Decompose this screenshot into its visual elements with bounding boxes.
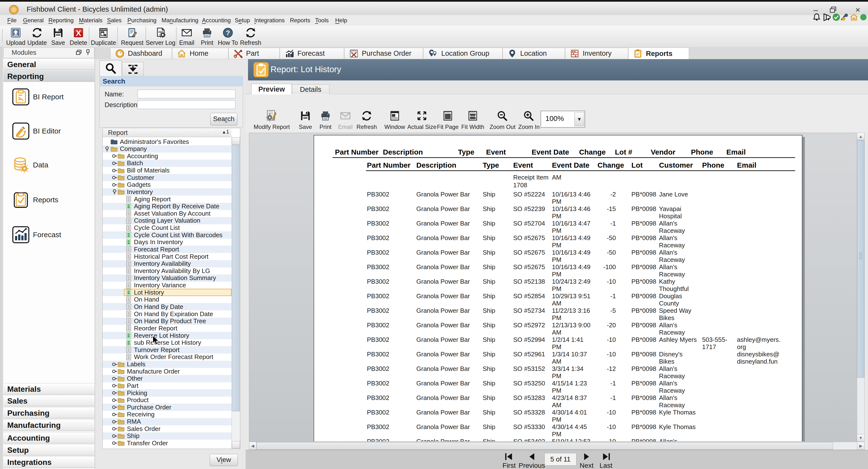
- duplicate-button[interactable]: Duplicate: [88, 27, 119, 46]
- tree-item[interactable]: On Hand By Product Tree: [103, 318, 231, 325]
- tree-item[interactable]: Asset Valuation By Account: [103, 210, 231, 217]
- menu-accounting[interactable]: Accounting: [202, 17, 231, 24]
- module-tab-reports[interactable]: Reports: [628, 48, 689, 59]
- tree-item[interactable]: RMA: [103, 418, 231, 426]
- tree-item[interactable]: On Hand By Date: [103, 303, 231, 310]
- description-input[interactable]: [137, 100, 236, 109]
- tree-handle-collapsed-icon[interactable]: [112, 182, 118, 188]
- tree-item[interactable]: On Hand: [103, 296, 231, 303]
- tree-item[interactable]: Labels: [103, 361, 231, 368]
- tree-scrollbar-thumb[interactable]: [232, 145, 240, 411]
- menu-general[interactable]: General: [23, 17, 43, 24]
- tree-item[interactable]: Product: [103, 397, 231, 404]
- menu-sales[interactable]: Sales: [107, 17, 122, 24]
- tree-handle-collapsed-icon[interactable]: [112, 361, 118, 368]
- tree-item[interactable]: Inventory Valuation Summary: [103, 275, 231, 282]
- tree-handle-collapsed-icon[interactable]: [112, 382, 118, 389]
- tree-handle-collapsed-icon[interactable]: [112, 418, 118, 425]
- module-tab-dashboard[interactable]: Dashboard: [110, 48, 172, 59]
- name-input[interactable]: [137, 90, 236, 98]
- tree-handle-expanded-icon[interactable]: [112, 189, 118, 195]
- tree-item[interactable]: Other: [103, 375, 231, 382]
- scroll-up-button[interactable]: ▲: [857, 133, 865, 140]
- tree-item[interactable]: Ship: [103, 432, 231, 440]
- tree-item[interactable]: Manufacture Order: [103, 368, 231, 375]
- tree-handle-collapsed-icon[interactable]: [112, 175, 118, 181]
- tree-item[interactable]: Reverse Lot History: [103, 332, 231, 339]
- tree-item[interactable]: Picking: [103, 389, 231, 397]
- search-button[interactable]: Search: [210, 113, 237, 125]
- tree-item[interactable]: Part: [103, 382, 231, 389]
- check-circle-icon[interactable]: [832, 13, 840, 21]
- sidebar-section-manufacturing[interactable]: Manufacturing: [3, 419, 94, 431]
- tab-details[interactable]: Details: [292, 85, 330, 94]
- tree-item[interactable]: Days In Inventory: [103, 239, 231, 246]
- menu-manufacturing[interactable]: Manufacturing: [161, 17, 198, 24]
- tree-item[interactable]: Lot History: [103, 289, 231, 296]
- tree-item[interactable]: Inventory Availability: [103, 260, 231, 268]
- tree-item[interactable]: Work Order Forecast Report: [103, 353, 231, 361]
- menu-reports[interactable]: Reports: [290, 17, 310, 24]
- module-tab-purchase-order[interactable]: Purchase Order: [344, 48, 423, 59]
- scroll-down-button[interactable]: ▼: [857, 434, 865, 442]
- sidebar-item-forecast[interactable]: Forecast: [12, 226, 61, 244]
- sidebar-item-data[interactable]: Data: [12, 156, 48, 174]
- sidebar-section-reporting[interactable]: Reporting: [3, 70, 94, 82]
- tree-handle-collapsed-icon[interactable]: [112, 160, 118, 166]
- tree-item[interactable]: Purchase Order: [103, 404, 231, 411]
- sidebar-section-purchasing[interactable]: Purchasing: [3, 407, 94, 418]
- bell-icon[interactable]: [812, 13, 821, 21]
- sidebar-section-materials[interactable]: Materials: [3, 383, 94, 395]
- tree-handle-collapsed-icon[interactable]: [112, 153, 118, 159]
- module-tab-home[interactable]: Home: [172, 48, 228, 59]
- sidebar-item-bi-editor[interactable]: BI Editor: [12, 122, 61, 140]
- menu-help[interactable]: Help: [335, 17, 347, 24]
- request-button[interactable]: Request: [117, 27, 148, 46]
- tree-item[interactable]: Customer: [103, 174, 231, 181]
- tree-item[interactable]: Administrator's Favorites: [103, 138, 231, 145]
- tree-item[interactable]: Inventory: [103, 188, 231, 195]
- megaphone-icon[interactable]: [823, 13, 831, 21]
- pin-panel-icon[interactable]: [86, 49, 90, 56]
- tree-item[interactable]: Costing Layer Valuation: [103, 217, 231, 224]
- module-tab-location[interactable]: Location: [502, 48, 565, 59]
- tab-preview[interactable]: Preview: [251, 84, 292, 94]
- scroll-left-button[interactable]: ◀: [249, 442, 256, 450]
- tree-handle-collapsed-icon[interactable]: [112, 440, 118, 446]
- tree-item[interactable]: Reorder Report: [103, 324, 231, 332]
- import-tab[interactable]: [122, 62, 144, 76]
- previous-page-button[interactable]: Previous: [517, 451, 547, 469]
- module-tab-location-group[interactable]: Location Group: [423, 48, 502, 59]
- module-tab-inventory[interactable]: Inventory: [565, 48, 628, 59]
- tree-scroll-down-button[interactable]: [232, 441, 240, 448]
- module-tab-part[interactable]: Part: [228, 48, 280, 59]
- tree-handle-collapsed-icon[interactable]: [112, 397, 118, 403]
- menu-materials[interactable]: Materials: [79, 17, 102, 24]
- menu-purchasing[interactable]: Purchasing: [127, 17, 156, 24]
- tree-item[interactable]: Bill of Materials: [103, 167, 231, 174]
- tree-item[interactable]: Turnover Report: [103, 346, 231, 353]
- tree-item[interactable]: Transfer Order: [103, 439, 231, 447]
- tree-handle-collapsed-icon[interactable]: [112, 433, 118, 439]
- tree-item[interactable]: Historical Part Cost Report: [103, 253, 231, 260]
- tree-item[interactable]: Receiving: [103, 411, 231, 418]
- sidebar-section-sales[interactable]: Sales: [3, 395, 94, 406]
- tree-handle-collapsed-icon[interactable]: [112, 375, 118, 382]
- sidebar-section-accounting[interactable]: Accounting: [3, 432, 94, 443]
- refresh-button[interactable]: Refresh: [235, 27, 267, 46]
- home-gold-icon[interactable]: [849, 13, 858, 21]
- menu-setup[interactable]: Setup: [235, 17, 250, 24]
- scroll-right-button[interactable]: ▶: [857, 442, 865, 450]
- sidebar-section-integrations[interactable]: Integrations: [3, 457, 94, 468]
- zoom-dropdown-button[interactable]: ▼: [575, 112, 584, 126]
- tree-scroll-up-button[interactable]: [232, 137, 240, 145]
- sidebar-item-bi-report[interactable]: BI Report: [12, 88, 64, 106]
- tree-item[interactable]: Gadgets: [103, 181, 231, 188]
- menu-integrations[interactable]: Integrations: [254, 17, 285, 24]
- tree-item[interactable]: Accounting: [103, 152, 231, 160]
- tree-handle-collapsed-icon[interactable]: [112, 404, 118, 410]
- sidebar-item-reports[interactable]: Reports: [12, 191, 58, 209]
- menu-reporting[interactable]: Reporting: [49, 17, 73, 24]
- tree-item[interactable]: Inventory Variance: [103, 282, 231, 289]
- tree-item[interactable]: On Hand By Expiration Date: [103, 310, 231, 318]
